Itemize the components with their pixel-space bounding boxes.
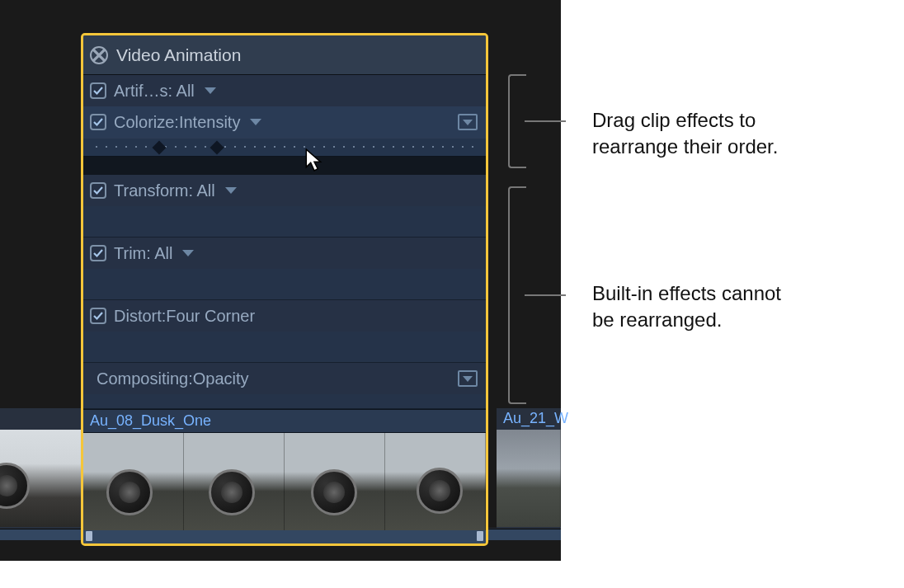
clip-thumbnail xyxy=(184,433,285,530)
builtin-effects-section: Transform: All Trim: All Distort:Four Co… xyxy=(83,175,486,410)
car-wheel-graphic xyxy=(209,469,255,515)
effect-label: Artif…s: All xyxy=(114,82,195,101)
clip-thumbnail xyxy=(83,433,184,530)
annotation-leader xyxy=(525,294,566,296)
panel-title: Video Animation xyxy=(116,45,241,65)
panel-header: Video Animation xyxy=(83,35,486,75)
checkmark-icon xyxy=(92,85,104,96)
clip-label: Au_21_W xyxy=(498,410,568,427)
annotation-bracket-bottom xyxy=(508,186,526,404)
car-wheel-graphic xyxy=(311,469,357,515)
effect-body xyxy=(83,332,486,363)
app-background: Au_21_W Video Animation Artif…s: All xyxy=(0,0,561,561)
annotation-text: Drag clip effects to xyxy=(592,107,778,134)
effect-row-transform[interactable]: Transform: All xyxy=(83,175,486,206)
checkbox[interactable] xyxy=(90,245,106,261)
trim-handle-right[interactable] xyxy=(477,531,483,541)
car-wheel-graphic xyxy=(417,468,463,514)
close-icon xyxy=(92,48,106,63)
checkbox[interactable] xyxy=(90,182,106,199)
clip-effects-section: Artif…s: All Colorize:Intensity xyxy=(83,75,486,157)
keyframe-diamond[interactable] xyxy=(153,141,167,155)
checkbox[interactable] xyxy=(90,308,106,324)
keyframe-diamond[interactable] xyxy=(210,141,224,155)
panel-trim-bar[interactable] xyxy=(83,530,486,543)
clip-thumbnail xyxy=(385,433,486,530)
cursor-icon xyxy=(305,148,323,172)
annotation-text: be rearranged. xyxy=(592,307,781,333)
effect-label: Compositing:Opacity xyxy=(97,369,249,388)
checkmark-icon xyxy=(92,185,104,196)
checkmark-icon xyxy=(92,310,104,322)
video-animation-panel: Video Animation Artif…s: All Colorize:In… xyxy=(81,33,488,546)
effect-body xyxy=(83,394,486,409)
trim-handle-left[interactable] xyxy=(86,531,92,541)
clip-thumbnail xyxy=(285,433,385,530)
effect-label: Trim: All xyxy=(114,244,172,263)
effect-body xyxy=(83,206,486,238)
effect-row-artifacts[interactable]: Artif…s: All xyxy=(83,75,486,106)
annotation-top: Drag clip effects to rearrange their ord… xyxy=(592,107,778,161)
effect-label: Transform: All xyxy=(114,181,215,200)
effect-row-compositing[interactable]: Compositing:Opacity xyxy=(83,363,486,394)
annotation-leader xyxy=(525,120,566,122)
section-gap xyxy=(83,157,486,175)
checkbox[interactable] xyxy=(90,114,106,130)
chevron-down-icon[interactable] xyxy=(182,250,194,256)
expand-button[interactable] xyxy=(458,114,478,130)
annotation-text: Built-in effects cannot xyxy=(592,280,781,307)
checkmark-icon xyxy=(92,116,104,128)
keyframe-dotline xyxy=(92,146,478,148)
clip-thumbnail xyxy=(0,430,93,527)
effect-label: Distort:Four Corner xyxy=(114,307,255,326)
panel-thumbnails xyxy=(83,433,486,530)
close-button[interactable] xyxy=(90,46,108,64)
annotation-bottom: Built-in effects cannot be rearranged. xyxy=(592,280,781,334)
effect-row-colorize[interactable]: Colorize:Intensity xyxy=(83,106,486,138)
checkmark-icon xyxy=(92,247,104,259)
chevron-down-icon[interactable] xyxy=(250,119,261,125)
expand-button[interactable] xyxy=(458,370,478,387)
annotation-text: rearrange their order. xyxy=(592,134,778,160)
effect-body xyxy=(83,269,486,300)
keyframe-track[interactable] xyxy=(83,138,486,156)
car-wheel-graphic xyxy=(106,469,153,515)
clip-gap xyxy=(488,408,497,528)
chevron-down-icon[interactable] xyxy=(225,187,237,194)
checkbox[interactable] xyxy=(90,82,106,99)
clip-name-row: Au_08_Dusk_One xyxy=(83,410,486,433)
effect-label: Colorize:Intensity xyxy=(114,113,240,132)
annotation-bracket-top xyxy=(508,74,526,168)
chevron-down-icon[interactable] xyxy=(205,87,216,94)
effect-row-trim[interactable]: Trim: All xyxy=(83,238,486,269)
car-wheel-graphic xyxy=(0,463,30,509)
effect-row-distort[interactable]: Distort:Four Corner xyxy=(83,300,486,332)
clip-name-label: Au_08_Dusk_One xyxy=(90,412,211,430)
